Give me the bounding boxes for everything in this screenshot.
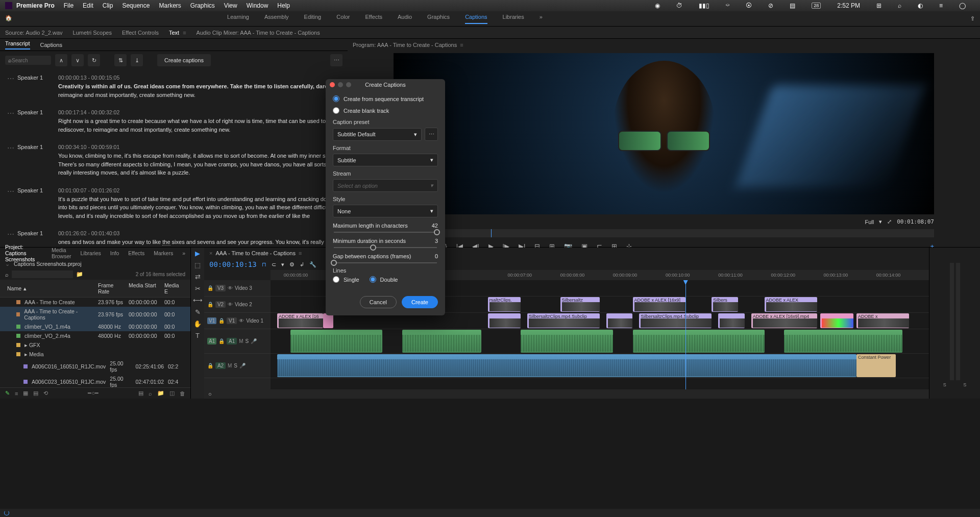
workspace-learning[interactable]: Learning <box>227 14 249 24</box>
slider-handle[interactable] <box>331 260 337 266</box>
timeline-clip[interactable]: ADOBE x ALEX [16x9].mp4 <box>751 313 817 328</box>
minimize-icon[interactable] <box>338 82 343 87</box>
menu-view[interactable]: View <box>224 2 237 9</box>
row-handle-icon[interactable]: ⋯ <box>7 75 17 99</box>
col-media-start[interactable]: Media Start <box>127 281 162 296</box>
menu-graphics[interactable]: Graphics <box>190 2 215 9</box>
radio-single[interactable]: Single <box>333 276 359 283</box>
radio-from-transcript[interactable]: Create from sequence transcript <box>333 95 438 102</box>
track-label[interactable]: V1 <box>227 317 237 324</box>
workspace-graphics[interactable]: Graphics <box>427 14 450 24</box>
track-header-a2[interactable]: 🔒 A2 M S 🎤 <box>204 354 271 378</box>
timeline-playhead[interactable] <box>685 280 686 389</box>
subtab-transcript[interactable]: Transcript <box>5 40 30 50</box>
resolution-dropdown-icon[interactable]: ▾ <box>879 218 882 225</box>
table-row[interactable]: AAA - Time to Create - Captions23.976 fp… <box>0 307 190 322</box>
timeline-clip[interactable] <box>606 313 633 328</box>
volume-icon[interactable]: ▤ <box>790 2 795 9</box>
transcript-row[interactable]: ⋯ Speaker 1 00:00:17:14 - 00:00:32:02 Ri… <box>7 109 340 134</box>
solo-button[interactable]: S <box>246 338 249 344</box>
hand-tool[interactable]: ✋ <box>193 320 202 328</box>
timeline-timecode[interactable]: 00:00:10:13 <box>209 260 257 268</box>
snap-icon[interactable]: ⊓ <box>262 261 266 268</box>
workspace-color[interactable]: Color <box>336 14 350 24</box>
menu-window[interactable]: Window <box>247 2 268 9</box>
track-header-v2[interactable]: 🔒 V2 👁 Video 2 <box>204 297 271 313</box>
style-select[interactable]: None▾ <box>333 205 438 217</box>
solo-label[interactable]: S <box>963 382 966 387</box>
linked-selection-icon[interactable]: ⊂ <box>272 261 276 268</box>
transcript-text[interactable]: You know, climbing to me, it's this esca… <box>58 152 340 177</box>
track-header-a1[interactable]: A1 🔒 A1 M S 🎤 <box>204 329 271 354</box>
more-options-button[interactable]: ⋯ <box>330 54 342 66</box>
track-label[interactable]: A1 <box>227 338 237 344</box>
delete-button[interactable]: 🗑 <box>180 390 185 397</box>
stream-select[interactable]: Select an option▾ <box>333 179 438 192</box>
workspace-assembly[interactable]: Assembly <box>264 14 289 24</box>
panel-menu-icon[interactable]: ≡ <box>299 250 302 256</box>
mute-button[interactable]: M <box>239 338 243 344</box>
format-select[interactable]: Subtitle▾ <box>333 154 438 166</box>
table-row[interactable]: ▸ GFX <box>0 340 190 350</box>
program-timecode[interactable]: 00:01:08;07 <box>897 218 934 225</box>
insert-icon[interactable]: ↲ <box>300 261 304 268</box>
menu-file[interactable]: File <box>64 2 74 9</box>
tab-effects[interactable]: Effects <box>128 250 144 256</box>
eye-icon[interactable]: 👁 <box>228 302 233 307</box>
mindur-slider[interactable] <box>334 247 437 248</box>
list-view-button[interactable]: ≡ <box>15 390 18 397</box>
timeline-audio-clip[interactable] <box>633 330 765 353</box>
track-header-v1[interactable]: V1 🔒 V1 👁 Video 1 <box>204 313 271 329</box>
write-pen-icon[interactable]: ✎ <box>5 390 10 397</box>
preset-options-button[interactable]: ⋯ <box>425 128 438 141</box>
timeline-audio-clip[interactable] <box>290 330 383 353</box>
col-framerate[interactable]: Frame Rate <box>96 281 127 296</box>
workspace-libraries[interactable]: Libraries <box>503 14 524 24</box>
playhead-icon[interactable] <box>491 229 492 237</box>
lock-icon[interactable]: 🔒 <box>207 363 213 368</box>
prev-match-button[interactable]: ∧ <box>55 54 67 66</box>
transcript-text[interactable]: Right now is a great time to create beca… <box>58 117 340 134</box>
transcript-text[interactable]: It's a puzzle that you have to sort of t… <box>58 195 340 220</box>
zoom-out-icon[interactable]: ○ <box>204 391 216 397</box>
find-button[interactable]: ⌕ <box>149 390 152 397</box>
panel-menu-icon[interactable]: ≡ <box>460 42 463 48</box>
table-row[interactable]: A006C016_160510_R1JC.mov25.00 fps02:25:4… <box>0 359 190 374</box>
type-tool[interactable]: T <box>195 332 200 339</box>
timeline-clip[interactable]: SilbersaltzClips.mp4.Subclip <box>527 313 600 328</box>
slider-handle[interactable] <box>370 244 376 251</box>
dnd-icon[interactable]: ⊘ <box>768 2 773 9</box>
transcript-row[interactable]: ⋯ Speaker 1 00:01:00:07 - 00:01:26:02 It… <box>7 187 340 220</box>
track-header-v3[interactable]: 🔒 V3 👁 Video 3 <box>204 280 271 297</box>
menu-edit[interactable]: Edit <box>83 2 93 9</box>
timeline-clip[interactable] <box>718 313 745 328</box>
track-label[interactable]: V2 <box>215 301 226 308</box>
transcript-row[interactable]: ⋯ Speaker 1 00:00:34:10 - 00:00:59:01 Yo… <box>7 144 340 177</box>
table-row[interactable]: climber_VO_2.m4a48000 Hz00:00:00:0000:0 <box>0 331 190 340</box>
bluetooth-icon[interactable]: ⦿ <box>746 2 752 9</box>
timeline-clip[interactable] <box>820 313 853 328</box>
timeline-clip[interactable]: ADOBE x <box>856 313 909 328</box>
menu-clip[interactable]: Clip <box>103 2 113 9</box>
chevron-right-icon[interactable]: × <box>209 250 212 256</box>
tab-audio-clip-mixer[interactable]: Audio Clip Mixer: AAA - Time to Create -… <box>197 30 320 36</box>
timeline-clip[interactable] <box>323 313 333 328</box>
timeline-audio-clip[interactable] <box>277 354 856 377</box>
razor-tool[interactable]: ✂ <box>195 285 201 292</box>
subtab-captions[interactable]: Captions <box>40 42 62 48</box>
transcript-text[interactable]: Creativity is within all of us. Great id… <box>58 82 340 99</box>
filter-icon[interactable]: ⌕ <box>5 272 9 278</box>
timeline-clip[interactable]: rsaltzClips. <box>488 297 521 312</box>
share-icon[interactable]: ⇪ <box>970 15 975 22</box>
timeline-audio-clip[interactable] <box>784 330 902 353</box>
tab-text[interactable]: Text ≡ <box>169 30 186 36</box>
table-row[interactable]: A006C023_160510_R1JC.mov25.00 fps02:47:0… <box>0 374 190 387</box>
lock-icon[interactable]: 🔒 <box>207 285 213 291</box>
source-patch[interactable]: A1 <box>207 338 216 344</box>
tab-media-browser[interactable]: Media Browser <box>52 247 71 259</box>
new-item-button[interactable]: ◫ <box>169 390 175 397</box>
tab-effect-controls[interactable]: Effect Controls <box>122 30 159 36</box>
timeline-clip[interactable]: ADOBE x ALEX [16 <box>277 313 323 328</box>
row-handle-icon[interactable]: ⋯ <box>7 144 17 177</box>
menubar-time[interactable]: 2:52 PM <box>837 2 860 9</box>
